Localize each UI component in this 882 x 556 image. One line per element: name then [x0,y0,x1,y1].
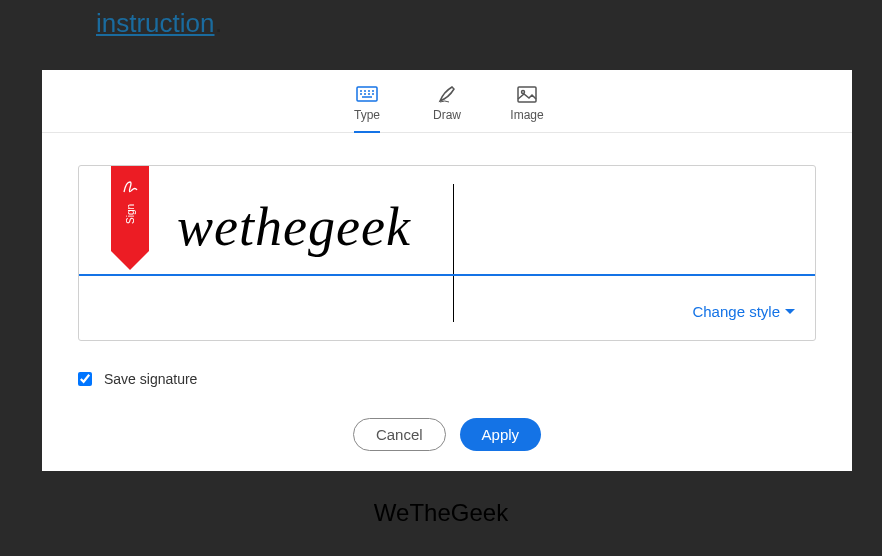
text-cursor [453,184,454,322]
dialog-buttons: Cancel Apply [42,408,852,471]
image-icon [517,84,537,104]
svg-point-11 [522,90,525,93]
dialog-content: Sign wethegeek Change style Save signatu… [42,133,852,408]
save-signature-label: Save signature [104,371,197,387]
apply-button[interactable]: Apply [460,418,542,451]
watermark-text: WeTheGeek [0,499,882,527]
tab-label: Image [510,108,543,122]
tab-draw[interactable]: Draw [427,84,467,132]
background-link: instruction [96,8,215,39]
pen-icon [437,84,457,104]
change-style-link[interactable]: Change style [692,303,795,320]
adobe-icon [120,176,140,196]
cancel-button[interactable]: Cancel [353,418,446,451]
keyboard-icon [356,84,378,104]
signature-method-tabs: Type Draw Image [42,70,852,133]
sign-here-tag: Sign [111,166,149,271]
tab-type[interactable]: Type [347,84,387,132]
save-signature-row: Save signature [78,371,816,387]
signature-baseline [79,274,815,276]
signature-input-area[interactable]: Sign wethegeek Change style [78,165,816,341]
chevron-down-icon [785,309,795,314]
signature-dialog: Type Draw Image [42,70,852,471]
save-signature-checkbox[interactable] [78,372,92,386]
tab-label: Type [354,108,380,122]
tab-image[interactable]: Image [507,84,547,132]
background-content: instruction . [0,0,882,70]
svg-rect-10 [518,87,536,102]
sign-tag-label: Sign [125,204,136,224]
typed-signature: wethegeek [177,196,411,258]
tab-label: Draw [433,108,461,122]
